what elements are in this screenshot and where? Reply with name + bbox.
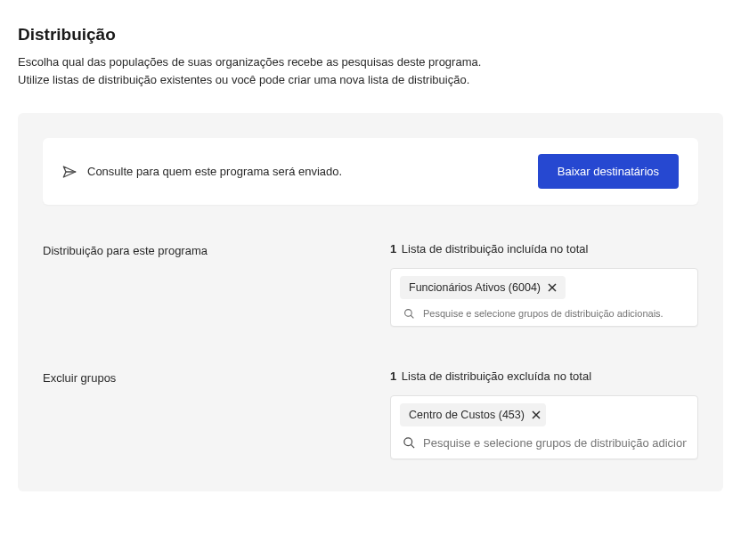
search-icon [402, 435, 416, 450]
svg-line-4 [411, 315, 413, 318]
include-section-content: 1 Lista de distribuição incluída no tota… [390, 242, 698, 327]
exclude-search-input[interactable] [423, 436, 687, 450]
exclude-search-line [400, 432, 688, 450]
exclude-chip: Centro de Custos (453) [400, 403, 546, 426]
exclude-count: 1 [390, 369, 396, 383]
search-icon [402, 306, 416, 321]
include-search-input[interactable] [423, 308, 687, 319]
remove-include-chip-icon[interactable] [546, 281, 558, 294]
include-section: Distribuição para este programa 1 Lista … [43, 242, 698, 327]
include-section-label: Distribuição para este programa [43, 242, 372, 327]
include-count: 1 [390, 242, 396, 256]
page-description-line1: Escolha qual das populações de suas orga… [18, 55, 481, 69]
page-title: Distribuição [18, 25, 723, 45]
page-description: Escolha qual das populações de suas orga… [18, 53, 723, 88]
exclude-count-text: Lista de distribuição excluída no total [402, 369, 591, 383]
exclude-section: Excluir grupos 1 Lista de distribuição e… [43, 369, 698, 459]
svg-point-7 [403, 437, 411, 445]
svg-point-3 [404, 309, 411, 316]
distribution-page: Distribuição Escolha qual das populações… [0, 0, 741, 509]
svg-line-8 [411, 444, 414, 448]
notice-left: Consulte para quem este programa será en… [62, 165, 342, 179]
exclude-chip-box: Centro de Custos (453) [390, 395, 698, 459]
include-search-line [400, 304, 688, 321]
include-chip-label: Funcionários Ativos (6004) [409, 281, 541, 294]
include-count-line: 1 Lista de distribuição incluída no tota… [390, 242, 698, 256]
distribution-panel: Consulte para quem este programa será en… [18, 113, 723, 491]
send-icon [62, 165, 77, 179]
include-count-text: Lista de distribuição incluída no total [402, 242, 589, 256]
exclude-count-line: 1 Lista de distribuição excluída no tota… [390, 369, 698, 383]
remove-exclude-chip-icon[interactable] [530, 409, 542, 421]
download-recipients-button[interactable]: Baixar destinatários [538, 154, 679, 189]
recipients-notice-card: Consulte para quem este programa será en… [43, 138, 698, 205]
notice-text: Consulte para quem este programa será en… [87, 165, 342, 178]
exclude-section-content: 1 Lista de distribuição excluída no tota… [390, 369, 698, 459]
exclude-chip-label: Centro de Custos (453) [409, 409, 525, 421]
include-chip-box: Funcionários Ativos (6004) [390, 268, 698, 327]
include-chip: Funcionários Ativos (6004) [400, 276, 566, 299]
exclude-section-label: Excluir grupos [43, 369, 372, 459]
page-description-line2: Utilize listas de distribuição existente… [18, 73, 469, 86]
